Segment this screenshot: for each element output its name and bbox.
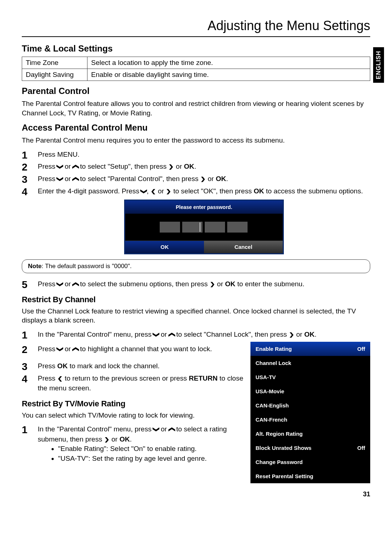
t: Press	[38, 374, 57, 382]
chevron-left-icon: ❮	[151, 187, 156, 195]
menu-value: Off	[357, 346, 365, 352]
chevron-down-icon: ❯	[139, 188, 149, 194]
note-text: : The default password is "0000".	[42, 263, 132, 270]
setting-desc: Select a location to apply the time zone…	[87, 57, 370, 69]
t: or	[156, 187, 166, 195]
t: to highlight a channel that you want to …	[78, 345, 212, 353]
chevron-up-icon: ❯	[71, 176, 80, 182]
chevron-up-icon: ❯	[71, 346, 80, 352]
access-steps: Press MENU. Press ❯ or ❯ to select "Setu…	[22, 149, 370, 254]
t: or	[110, 435, 119, 443]
access-intro: The Parental Control menu requires you t…	[22, 136, 370, 145]
password-digit[interactable]	[205, 222, 225, 233]
step: Press ❯ or ❯ to select "Setup", then pre…	[22, 161, 370, 172]
t: to access the submenu options.	[264, 187, 363, 195]
restrict-channel-intro: Use the Channel Lock feature to restrict…	[22, 307, 370, 325]
ok-key: OK	[184, 163, 195, 170]
password-digit[interactable]	[160, 222, 180, 233]
t: .	[315, 331, 317, 338]
menu-label: Change Password	[256, 459, 303, 465]
menu-item-reset-parental[interactable]: Reset Parental Setting	[250, 469, 370, 483]
step: Press ❮ to return to the previous screen…	[22, 373, 244, 393]
menu-item-channel-lock[interactable]: Channel Lock	[250, 356, 370, 370]
password-dialog: Please enter password. OK Cancel	[124, 200, 284, 254]
menu-label: Reset Parental Setting	[256, 473, 313, 479]
menu-label: CAN-English	[256, 402, 289, 409]
access-heading: Access Parental Control Menu	[22, 123, 370, 133]
t: or	[174, 163, 184, 170]
menu-label: USA-Movie	[256, 388, 284, 394]
menu-label: USA-TV	[256, 374, 276, 380]
dialog-prompt: Please enter password.	[125, 201, 283, 214]
menu-item-usa-movie[interactable]: USA-Movie	[250, 384, 370, 398]
parental-intro: The Parental Control feature allows you …	[22, 99, 370, 118]
table-row: Daylight Saving Enable or disable daylig…	[22, 69, 370, 81]
title-rule	[22, 36, 370, 37]
t: to mark and lock the channel.	[68, 362, 159, 370]
menu-label: Alt. Region Rating	[256, 431, 303, 437]
menu-item-can-english[interactable]: CAN-English	[250, 398, 370, 413]
menu-item-block-unrated[interactable]: Block Unrated ShowsOff	[250, 441, 370, 455]
t: to select "Channel Lock", then press	[174, 331, 289, 338]
time-local-table: Time Zone Select a location to apply the…	[22, 57, 370, 81]
t: Enter the 4-digit password. Press	[38, 187, 141, 195]
t: .	[226, 175, 228, 182]
rating-bullets: "Enable Rating": Select "On" to enable r…	[38, 444, 244, 463]
menu-item-change-password[interactable]: Change Password	[250, 455, 370, 469]
t: Press	[38, 362, 57, 370]
t: to select "Parental Control", then press	[78, 175, 200, 182]
language-tab: ENGLISH	[373, 47, 384, 83]
dialog-cancel-button[interactable]: Cancel	[204, 241, 283, 253]
chevron-down-icon: ❯	[151, 427, 161, 432]
menu-item-enable-rating[interactable]: Enable RatingOff	[250, 342, 370, 356]
step: Press OK to mark and lock the channel.	[22, 361, 244, 371]
table-row: Time Zone Select a location to apply the…	[22, 57, 370, 69]
chevron-up-icon: ❯	[167, 332, 176, 337]
parental-menu-panel: Enable RatingOff Channel Lock USA-TV USA…	[250, 342, 370, 483]
menu-item-usa-tv[interactable]: USA-TV	[250, 370, 370, 384]
parental-heading: Parental Control	[22, 86, 370, 96]
bullet: "USA-TV": Set the rating by age level an…	[58, 454, 244, 464]
restrict-rating-intro: You can select which TV/Movie rating to …	[22, 411, 244, 420]
ok-key: OK	[57, 362, 68, 370]
cursor	[200, 222, 200, 232]
chevron-down-icon: ❯	[55, 282, 65, 287]
step: Enter the 4-digit password. Press ❯, ❮ o…	[22, 186, 370, 255]
chevron-right-icon: ❯	[210, 280, 215, 288]
ok-key: OK	[216, 175, 226, 182]
ok-key: OK	[254, 187, 264, 195]
setting-label: Time Zone	[22, 57, 87, 69]
t: .	[194, 163, 196, 170]
t: or	[294, 331, 304, 338]
step: Press ❯ or ❯ to highlight a channel that…	[22, 344, 244, 354]
step: In the "Parental Control" menu, press ❯ …	[22, 329, 370, 340]
page-title: Adjusting the Menu Settings	[22, 18, 370, 33]
chevron-down-icon: ❯	[55, 346, 65, 352]
chevron-left-icon: ❮	[57, 374, 63, 382]
return-key: RETURN	[189, 374, 217, 382]
ok-key: OK	[119, 435, 130, 443]
chevron-right-icon: ❯	[200, 175, 206, 183]
t: Press	[38, 280, 57, 288]
t: to return to the previous screen or pres…	[63, 374, 189, 382]
ok-key: OK	[304, 331, 315, 338]
menu-item-can-french[interactable]: CAN-French	[250, 413, 370, 427]
chevron-up-icon: ❯	[167, 427, 176, 432]
menu-label: Channel Lock	[256, 360, 291, 366]
chevron-right-icon: ❯	[289, 331, 294, 338]
chevron-right-icon: ❯	[166, 187, 171, 195]
t: or	[206, 175, 216, 182]
restrict-rating-steps: In the "Parental Control" menu, press ❯ …	[22, 424, 244, 463]
t: In the "Parental Control" menu, press	[38, 425, 154, 433]
t: .	[130, 435, 132, 443]
password-digit[interactable]	[227, 222, 248, 233]
dialog-ok-button[interactable]: OK	[125, 241, 204, 253]
menu-item-alt-region[interactable]: Alt. Region Rating	[250, 427, 370, 441]
menu-label: Enable Rating	[256, 346, 292, 352]
restrict-rating-heading: Restrict By TV/Movie Rating	[22, 399, 244, 409]
step: In the "Parental Control" menu, press ❯ …	[22, 424, 244, 463]
step: Press ❯ or ❯ to select "Parental Control…	[22, 174, 370, 184]
dialog-body	[125, 214, 283, 241]
t: to enter the submenu.	[236, 280, 305, 288]
chevron-right-icon: ❯	[104, 436, 110, 443]
